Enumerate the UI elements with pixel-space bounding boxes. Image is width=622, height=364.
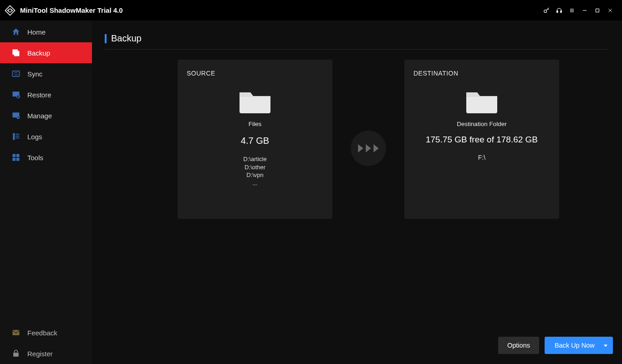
svg-marker-29 xyxy=(358,144,363,152)
svg-rect-25 xyxy=(13,158,16,161)
source-heading: SOURCE xyxy=(187,70,323,77)
source-size: 4.7 GB xyxy=(187,136,323,146)
page-title-text: Backup xyxy=(111,33,142,44)
source-type: Files xyxy=(187,121,323,127)
svg-rect-9 xyxy=(596,9,599,12)
svg-marker-31 xyxy=(373,144,378,152)
backup-now-button[interactable]: Back Up Now xyxy=(545,337,613,354)
sidebar-item-label: Backup xyxy=(27,49,50,57)
svg-rect-13 xyxy=(14,51,20,56)
accent-bar xyxy=(105,34,107,43)
sidebar-item-manage[interactable]: Manage xyxy=(0,105,92,126)
lock-icon xyxy=(11,349,21,359)
sidebar-item-logs[interactable]: Logs xyxy=(0,126,92,147)
sidebar-item-restore[interactable]: Restore xyxy=(0,84,92,105)
arrow-icon xyxy=(351,131,386,166)
minimize-icon[interactable] xyxy=(578,4,591,17)
svg-point-2 xyxy=(544,10,547,12)
folder-icon xyxy=(464,87,500,114)
source-path-line: D:\vpn xyxy=(187,171,323,179)
sidebar-item-label: Home xyxy=(27,28,46,36)
sidebar-item-backup[interactable]: Backup xyxy=(0,42,92,63)
caret-down-icon xyxy=(604,342,607,349)
svg-rect-26 xyxy=(16,158,20,161)
sidebar-item-label: Register xyxy=(27,350,53,358)
destination-heading: DESTINATION xyxy=(413,70,550,77)
sidebar-item-label: Logs xyxy=(27,133,42,141)
close-icon[interactable] xyxy=(604,4,617,17)
options-button[interactable]: Options xyxy=(498,337,539,354)
folder-icon xyxy=(237,87,273,114)
sidebar-item-register[interactable]: Register xyxy=(0,343,92,364)
sidebar-item-label: Feedback xyxy=(27,329,57,337)
source-card[interactable]: SOURCE Files 4.7 GB D:\article D:\other … xyxy=(178,60,332,219)
source-path-line: D:\other xyxy=(187,163,323,172)
svg-marker-1 xyxy=(7,10,9,12)
feedback-icon xyxy=(11,328,21,338)
sidebar-item-sync[interactable]: Sync xyxy=(0,63,92,84)
page-title: Backup xyxy=(105,33,607,44)
svg-rect-24 xyxy=(16,154,20,157)
svg-rect-28 xyxy=(13,353,19,356)
headphones-icon[interactable] xyxy=(553,4,566,17)
svg-rect-3 xyxy=(557,10,558,12)
sidebar-item-label: Restore xyxy=(27,91,51,99)
tools-icon xyxy=(11,152,21,162)
maximize-icon[interactable] xyxy=(591,4,604,17)
svg-marker-32 xyxy=(604,345,607,347)
backup-now-label: Back Up Now xyxy=(555,342,595,349)
sidebar-item-home[interactable]: Home xyxy=(0,21,92,42)
svg-marker-30 xyxy=(366,144,371,152)
svg-rect-21 xyxy=(15,136,19,136)
restore-icon xyxy=(11,90,21,100)
sidebar-item-tools[interactable]: Tools xyxy=(0,147,92,168)
manage-icon xyxy=(11,111,21,121)
app-title: MiniTool ShadowMaker Trial 4.0 xyxy=(20,6,123,14)
app-logo-icon xyxy=(4,4,16,17)
sync-icon xyxy=(11,69,21,79)
logs-icon xyxy=(11,131,21,142)
home-icon xyxy=(11,27,21,37)
svg-rect-20 xyxy=(15,134,19,135)
sidebar: Home Backup Sync Restore Manage Logs xyxy=(0,20,92,364)
sidebar-item-label: Tools xyxy=(27,154,43,162)
svg-rect-23 xyxy=(13,154,16,157)
titlebar: MiniTool ShadowMaker Trial 4.0 xyxy=(0,0,622,20)
sidebar-item-label: Sync xyxy=(27,70,42,78)
destination-space: 175.75 GB free of 178.62 GB xyxy=(413,135,550,145)
destination-card[interactable]: DESTINATION Destination Folder 175.75 GB… xyxy=(404,60,559,219)
svg-rect-22 xyxy=(15,138,19,139)
divider xyxy=(105,49,607,50)
menu-icon[interactable] xyxy=(566,4,578,17)
source-paths: D:\article D:\other D:\vpn ... xyxy=(187,155,323,187)
svg-rect-4 xyxy=(561,10,561,12)
main-panel: Backup SOURCE Files 4.7 GB D:\article D:… xyxy=(92,20,622,364)
svg-rect-14 xyxy=(13,71,20,76)
svg-rect-19 xyxy=(13,133,15,140)
source-path-line: ... xyxy=(187,179,323,187)
sidebar-item-label: Manage xyxy=(27,112,52,120)
key-icon[interactable] xyxy=(540,4,553,17)
destination-type: Destination Folder xyxy=(413,121,550,127)
backup-icon xyxy=(11,48,21,58)
destination-path: F:\ xyxy=(413,154,550,161)
source-path-line: D:\article xyxy=(187,155,323,163)
svg-rect-27 xyxy=(13,330,20,335)
sidebar-item-feedback[interactable]: Feedback xyxy=(0,322,92,343)
